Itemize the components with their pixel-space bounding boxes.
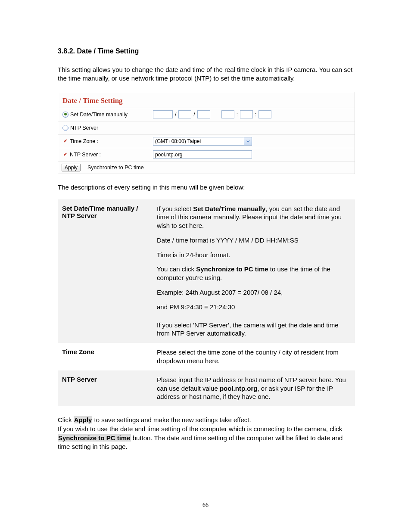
cell-desc: Please input the IP address or host name… [153, 370, 355, 406]
sync-pc-time-button[interactable]: Synchronize to PC time [87, 165, 144, 171]
timezone-select[interactable]: (GMT+08:00) Taipei [153, 137, 252, 146]
ntp-server-input[interactable] [153, 150, 252, 159]
apply-button[interactable]: Apply [62, 164, 81, 171]
sync-highlight: Synchronize to PC time [58, 434, 131, 442]
ntp-server-label: NTP Server : [70, 152, 101, 158]
input-sec[interactable] [258, 110, 271, 118]
input-min[interactable] [240, 110, 253, 118]
cell-desc: Please select the time zone of the count… [153, 343, 355, 370]
check-icon: ✔ [62, 152, 68, 157]
chevron-down-icon [244, 137, 252, 145]
sep-colon: : [254, 112, 258, 118]
radio-ntp-label: NTP Server [70, 125, 98, 131]
closing-text: Click Apply to save settings and make th… [58, 416, 355, 451]
input-year[interactable] [153, 110, 173, 118]
cell-label: NTP Server [58, 370, 153, 406]
table-row: NTP Server Please input the IP address o… [58, 370, 355, 406]
row-ntp-radio: NTP Server [58, 121, 355, 134]
section-heading: 3.8.2. Date / Time Setting [58, 47, 355, 55]
table-row: Time Zone Please select the time zone of… [58, 343, 355, 370]
panel-title: Date / Time Setting [58, 92, 355, 108]
page-number: 66 [0, 502, 411, 509]
row-set-manual: Set Date/Time manually / / : : [58, 108, 355, 121]
input-day[interactable] [197, 110, 210, 118]
settings-table: Set Date/Time manually / NTP Server If y… [58, 199, 355, 407]
input-month[interactable] [178, 110, 191, 118]
sep-slash: / [174, 112, 177, 118]
timezone-label: Time Zone : [70, 138, 98, 144]
cell-desc: If you select Set Date/Time manually, yo… [153, 199, 355, 343]
input-hour[interactable] [221, 110, 234, 118]
cell-label: Set Date/Time manually / NTP Server [58, 199, 153, 343]
check-icon: ✔ [62, 138, 68, 144]
radio-set-manual[interactable] [62, 112, 68, 118]
table-row: Set Date/Time manually / NTP Server If y… [58, 199, 355, 343]
apply-highlight: Apply [74, 416, 93, 423]
settings-panel: Date / Time Setting Set Date/Time manual… [58, 92, 355, 174]
radio-ntp[interactable] [62, 125, 68, 131]
intro-text: This setting allows you to change the da… [58, 65, 355, 83]
desc-intro: The descriptions of every setting in thi… [58, 184, 355, 191]
timezone-value: (GMT+08:00) Taipei [155, 138, 201, 144]
radio-set-manual-label: Set Date/Time manually [70, 112, 128, 118]
cell-label: Time Zone [58, 343, 153, 370]
sep-colon: : [235, 112, 239, 118]
row-ntp-server: ✔ NTP Server : [58, 148, 355, 161]
sep-slash: / [192, 112, 196, 118]
row-timezone: ✔ Time Zone : (GMT+08:00) Taipei [58, 134, 355, 148]
